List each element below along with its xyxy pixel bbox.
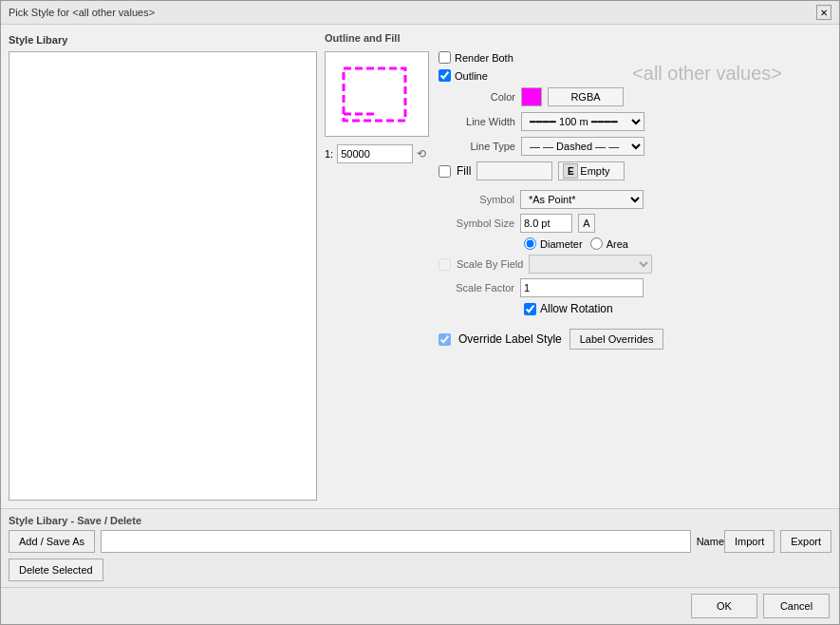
outline-fill-content: 1: ⟲ Render Both (325, 51, 831, 350)
dialog-body: Style Libary Outline and Fill (1, 25, 839, 508)
linetype-label: Line Type (454, 141, 515, 152)
style-library-panel: Style Libary (9, 32, 317, 501)
linewidth-label: Line Width (454, 116, 515, 127)
reset-scale-icon[interactable]: ⟲ (417, 147, 426, 161)
diameter-radio[interactable] (524, 237, 536, 250)
fill-color-box[interactable] (476, 161, 552, 180)
fill-row: Fill E Empty (439, 161, 831, 180)
allow-rotation-label: Allow Rotation (540, 302, 613, 315)
scale-by-field-checkbox[interactable] (439, 258, 451, 271)
scale-by-field-row: Scale By Field (439, 255, 831, 274)
area-radio-group: Area (590, 237, 628, 250)
import-button[interactable]: Import (724, 530, 775, 553)
rgba-button[interactable]: RGBA (548, 87, 624, 106)
style-library-label: Style Libary (9, 32, 317, 47)
symbol-row: Symbol *As Point* Circle Square (439, 190, 831, 209)
fill-checkbox[interactable] (439, 165, 451, 178)
preview-scale-row: 1: ⟲ (325, 144, 429, 163)
symbol-section: Symbol *As Point* Circle Square Symbol S… (439, 186, 831, 319)
outline-fill-controls: Render Both Outline Color RGBA (439, 51, 831, 350)
linetype-row: Line Type — — Dashed — — ——— Solid ——— ·… (454, 137, 831, 156)
symbol-label: Symbol (439, 194, 514, 205)
linewidth-select[interactable]: ━━━━ 100 m ━━━━ ── 50 m ── ─ 25 m ─ (521, 112, 644, 131)
bottom-section: Style Libary - Save / Delete Add / Save … (1, 508, 839, 587)
cancel-button[interactable]: Cancel (763, 594, 830, 618)
color-swatch[interactable] (521, 87, 542, 106)
preview-scale-input[interactable] (337, 144, 413, 163)
fill-label: Fill (457, 164, 471, 178)
color-row: Color RGBA (454, 87, 831, 106)
bottom-section-label: Style Libary - Save / Delete (9, 515, 831, 526)
section-header: Outline and Fill (325, 32, 831, 44)
override-row: Override Label Style Label Overrides (439, 329, 831, 350)
title-bar: Pick Style for <all other values> ✕ (1, 1, 839, 25)
delete-selected-button[interactable]: Delete Selected (9, 559, 103, 581)
symbol-size-label: Symbol Size (439, 218, 514, 229)
color-label: Color (454, 91, 515, 103)
scale-factor-row: Scale Factor (439, 278, 831, 297)
outline-checkbox[interactable] (439, 69, 451, 82)
scale-factor-label: Scale Factor (439, 282, 514, 294)
diameter-area-row: Diameter Area (524, 237, 831, 250)
export-button[interactable]: Export (780, 530, 831, 553)
diameter-label: Diameter (540, 238, 583, 250)
allow-rotation-row: Allow Rotation (524, 302, 831, 315)
area-radio[interactable] (590, 237, 603, 250)
linetype-select[interactable]: — — Dashed — — ——— Solid ——— ··· Dotted … (521, 137, 644, 156)
name-input[interactable] (101, 530, 691, 553)
override-label: Override Label Style (458, 332, 562, 346)
symbol-size-input[interactable] (520, 214, 572, 233)
e-icon: E (563, 163, 578, 179)
main-dialog: Pick Style for <all other values> ✕ <all… (0, 0, 840, 625)
diameter-radio-group: Diameter (524, 237, 583, 250)
scale-factor-input[interactable] (520, 278, 644, 297)
symbol-select[interactable]: *As Point* Circle Square (520, 190, 644, 209)
scale-by-field-select[interactable] (529, 255, 652, 274)
empty-button[interactable]: E Empty (558, 161, 625, 180)
area-label: Area (607, 238, 628, 250)
symbol-size-row: Symbol Size A (439, 214, 831, 233)
allow-rotation-checkbox[interactable] (524, 303, 536, 315)
bottom-buttons-row: Add / Save As Name Import Export (9, 530, 831, 553)
override-label-checkbox[interactable] (439, 333, 451, 346)
scale-by-field-label: Scale By Field (457, 258, 523, 270)
style-library-list[interactable] (9, 51, 317, 501)
outline-label: Outline (455, 70, 488, 82)
preview-area: 1: ⟲ (325, 51, 429, 350)
preview-box (325, 51, 429, 137)
dialog-title: Pick Style for <all other values> (9, 7, 155, 18)
close-button[interactable]: ✕ (816, 5, 831, 20)
right-panel: Outline and Fill (325, 32, 831, 501)
a-button[interactable]: A (578, 214, 595, 233)
render-both-checkbox[interactable] (439, 51, 451, 64)
render-both-label: Render Both (455, 52, 513, 64)
ok-button[interactable]: OK (691, 594, 757, 618)
render-both-row: Render Both (439, 51, 831, 64)
preview-svg (334, 59, 420, 130)
label-overrides-button[interactable]: Label Overrides (569, 329, 664, 350)
dialog-footer: OK Cancel (1, 587, 839, 624)
name-label: Name (697, 536, 724, 547)
svg-rect-0 (344, 68, 405, 121)
linewidth-row: Line Width ━━━━ 100 m ━━━━ ── 50 m ── ─ … (454, 112, 831, 131)
preview-scale-prefix: 1: (325, 148, 333, 160)
add-save-button[interactable]: Add / Save As (9, 530, 95, 553)
outline-row: Outline (439, 69, 831, 82)
